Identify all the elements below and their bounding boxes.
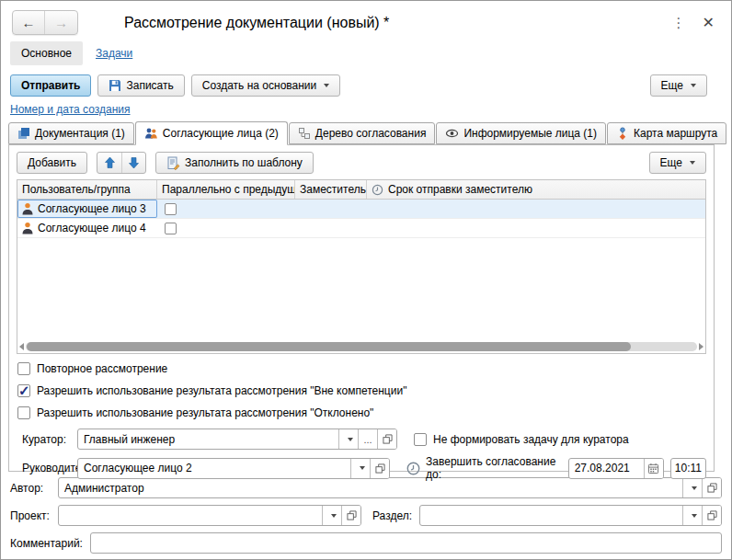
section-input[interactable] [420,506,682,525]
project-open-button[interactable] [341,506,360,525]
number-date-link[interactable]: Номер и дата создания [10,103,131,116]
section-field [419,505,722,526]
parallel-checkbox[interactable] [165,223,177,234]
project-input[interactable] [59,506,322,525]
comment-input[interactable] [91,533,721,553]
section-dropdown-button[interactable] [682,506,702,525]
approvers-toolbar: Добавить Заполнить по шаблону [17,152,706,174]
footer-fields: Автор: Проект: [1,472,731,554]
eye-icon [445,127,459,140]
option-out-of-competence[interactable]: Разрешить использование результата рассм… [17,384,706,397]
horizontal-scrollbar[interactable] [17,340,705,353]
more-button-top[interactable]: Еще [650,74,707,97]
route-map-icon [616,127,629,140]
chevron-down-icon [360,466,365,470]
author-input[interactable] [59,478,682,497]
curator-dropdown-button[interactable] [338,429,358,449]
chevron-down-icon [324,84,329,87]
deadline-time-input[interactable] [671,459,705,478]
supervisor-row: Руководитель: Завершить согласование до: [22,455,706,481]
curator-row: Куратор: ... Не формировать задачу для к… [22,429,706,450]
author-open-button[interactable] [702,478,721,497]
parallel-checkbox[interactable] [165,203,177,215]
table-row[interactable]: Согласующее лицо 4 [17,219,705,238]
deadline-date-input[interactable] [569,459,644,478]
scroll-right-icon[interactable] [699,343,703,350]
arrow-up-icon [104,156,116,169]
tab-route-map[interactable]: Карта маршрута [607,122,726,144]
author-dropdown-button[interactable] [682,478,702,497]
option-repeat-review[interactable]: Повторное рассмотрение [17,362,706,375]
scroll-left-icon[interactable] [19,343,24,350]
curator-ellipsis-button[interactable]: ... [358,429,377,449]
save-button[interactable]: Записать [97,74,184,97]
open-form-icon [707,510,717,520]
fill-by-template-button[interactable]: Заполнить по шаблону [155,152,314,174]
curator-input[interactable] [78,429,338,449]
create-based-on-button[interactable]: Создать на основании [191,74,341,97]
project-label: Проект: [10,509,58,522]
page-tabstrip: Документация (1) Согласующие лица (2) Де… [1,116,731,144]
titlebar: ← → Рассмотрение документации (новый) * … [1,1,731,40]
fill-template-icon [166,156,180,170]
author-label: Автор: [10,482,58,495]
send-button[interactable]: Отправить [10,74,91,97]
column-header-user[interactable]: Пользователь/группа [17,180,157,199]
column-header-deputy[interactable]: Заместитель [295,180,367,199]
calendar-icon [647,463,659,474]
table-row[interactable]: Согласующее лицо 3 [17,200,705,219]
chevron-down-icon [692,514,697,518]
repeat-review-checkbox[interactable] [17,362,30,375]
back-button[interactable]: ← [13,11,45,34]
project-dropdown-button[interactable] [322,506,341,525]
move-buttons [97,152,146,174]
forward-button[interactable]: → [45,11,77,34]
more-button-table[interactable]: Еще [649,152,706,174]
view-tabs: Основное Задачи [1,40,731,73]
review-options: Повторное рассмотрение Разрешить использ… [17,362,706,419]
curator-open-button[interactable] [377,429,396,449]
approver-name: Согласующее лицо 4 [38,222,146,234]
column-header-deputy-deadline[interactable]: Срок отправки заместителю [367,180,705,199]
save-icon [109,79,121,92]
titlebar-actions: ⋮ ✕ [672,16,722,30]
scrollbar-thumb[interactable] [27,342,631,351]
document-review-window: ← → Рассмотрение документации (новый) * … [0,0,732,560]
person-icon [22,222,33,234]
rejected-checkbox[interactable] [17,406,30,419]
comment-row: Комментарий: [10,532,722,554]
project-field [58,505,361,526]
close-icon[interactable]: ✕ [703,16,715,30]
supervisor-input[interactable] [78,459,350,478]
calendar-button[interactable] [644,459,663,478]
tab-approvers[interactable]: Согласующие лица (2) [135,121,288,145]
supervisor-label: Руководитель: [22,462,77,474]
view-tab-tasks[interactable]: Задачи [96,47,132,60]
approver-name: Согласующее лицо 3 [38,202,146,215]
clock-icon [372,184,383,196]
option-rejected[interactable]: Разрешить использование результата рассм… [17,406,706,419]
column-header-parallel[interactable]: Параллельно с предыдущим [157,180,295,199]
approvers-table: Пользователь/группа Параллельно с предыд… [17,179,706,354]
deadline-date-field [568,458,664,479]
move-down-button[interactable] [121,153,145,173]
supervisor-open-button[interactable] [370,459,389,478]
out-of-competence-checkbox[interactable] [17,384,30,397]
approvers-tab-page: Добавить Заполнить по шаблону [8,144,715,472]
view-tab-main[interactable]: Основное [10,41,83,65]
move-up-button[interactable] [97,153,121,173]
kebab-menu-icon[interactable]: ⋮ [672,16,686,29]
supervisor-field [77,458,390,479]
chevron-down-icon [690,161,695,165]
chevron-down-icon [691,84,696,87]
tab-documentation[interactable]: Документация (1) [8,122,134,144]
tab-informed[interactable]: Информируемые лица (1) [436,122,606,144]
supervisor-dropdown-button[interactable] [350,459,370,478]
no-curator-task-checkbox[interactable] [414,433,427,446]
add-button[interactable]: Добавить [17,152,87,174]
curator-label: Куратор: [22,433,77,446]
section-open-button[interactable] [702,506,721,525]
open-form-icon [707,483,717,493]
no-curator-task-option[interactable]: Не формировать задачу для куратора [414,433,629,446]
tab-approval-tree[interactable]: Дерево согласования [289,122,436,144]
